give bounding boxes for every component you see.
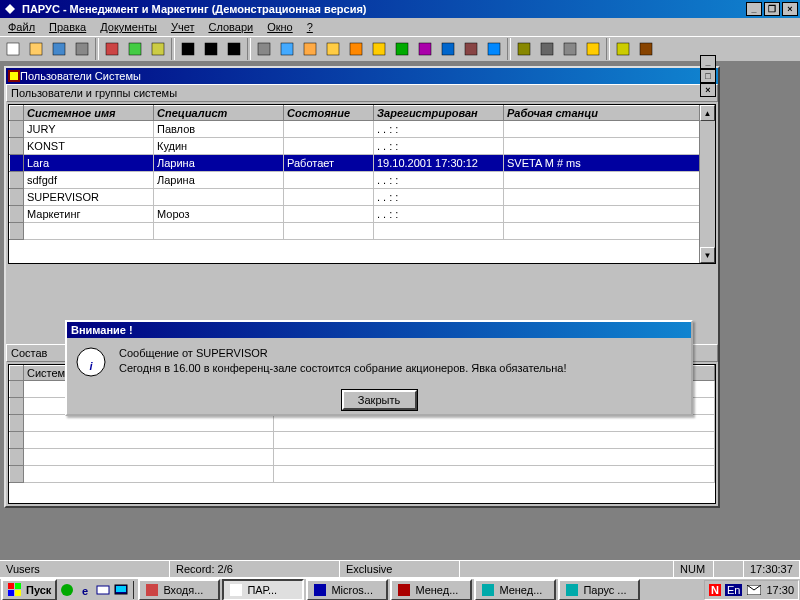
attention-dialog: Внимание ! i Сообщение от SUPERVISOR Сег… [65, 320, 693, 416]
toolbar-disk-button[interactable] [460, 38, 482, 60]
taskbar-button[interactable]: ПАР... [222, 579, 304, 601]
tray-clock: 17:30 [766, 584, 794, 596]
word-icon [312, 582, 328, 598]
tray-badge-n[interactable]: N [709, 584, 721, 596]
toolbar-door-button[interactable] [635, 38, 657, 60]
start-button[interactable]: Пуск [1, 579, 57, 601]
toolbar-new-button[interactable] [2, 38, 24, 60]
users-grid[interactable]: Системное имяСпециалистСостояниеЗарегист… [8, 104, 716, 264]
status-empty [460, 561, 674, 578]
taskbar-button[interactable]: Micros... [306, 579, 388, 601]
toolbar-folder-button[interactable] [322, 38, 344, 60]
users-window: Пользователи Системы _ □ × Пользователи … [4, 66, 720, 508]
svg-rect-10 [228, 43, 240, 55]
toolbar-clock-button[interactable] [391, 38, 413, 60]
toolbar [0, 36, 800, 62]
scroll-up-icon[interactable]: ▲ [700, 105, 715, 121]
column-header[interactable]: Специалист [154, 106, 284, 121]
toolbar-table-button[interactable] [559, 38, 581, 60]
table-row[interactable] [10, 449, 715, 466]
dialog-title[interactable]: Внимание ! [67, 322, 691, 338]
toolbar-cut-button[interactable] [101, 38, 123, 60]
svg-rect-11 [258, 43, 270, 55]
info-icon: i [75, 346, 107, 378]
svg-rect-19 [442, 43, 454, 55]
toolbar-copy-button[interactable] [124, 38, 146, 60]
svg-rect-12 [281, 43, 293, 55]
inner-close-button[interactable]: × [700, 83, 716, 97]
table-row[interactable]: SUPERVISOR. . : : [10, 189, 715, 206]
toolbar-under-button[interactable] [223, 38, 245, 60]
status-record: Record: 2/6 [170, 561, 340, 578]
scroll-down-icon[interactable]: ▼ [700, 247, 715, 263]
mail-icon [144, 582, 160, 598]
mdi-client-area: Пользователи Системы _ □ × Пользователи … [0, 62, 800, 560]
dialog-close-button[interactable]: Закрыть [342, 390, 417, 410]
table-row[interactable] [10, 415, 715, 432]
tray-mail-icon[interactable] [746, 582, 762, 598]
column-header[interactable]: Системное имя [24, 106, 154, 121]
users-titlebar[interactable]: Пользователи Системы _ □ × [6, 68, 718, 84]
table-row[interactable] [10, 466, 715, 483]
menu-edit[interactable]: Правка [43, 20, 92, 34]
svg-rect-25 [587, 43, 599, 55]
toolbar-star-button[interactable] [345, 38, 367, 60]
toolbar-drop-button[interactable] [437, 38, 459, 60]
quick-msn-icon[interactable] [59, 582, 75, 598]
toolbar-italic-button[interactable] [200, 38, 222, 60]
menu-accounting[interactable]: Учет [165, 20, 201, 34]
toolbar-paste-button[interactable] [147, 38, 169, 60]
menu-file[interactable]: Файл [2, 20, 41, 34]
close-button[interactable]: × [782, 2, 798, 16]
section-users-label: Пользователи и группы системы [6, 84, 718, 102]
inner-minimize-button[interactable]: _ [700, 55, 716, 69]
toolbar-doc1-button[interactable] [276, 38, 298, 60]
toolbar-wrench-button[interactable] [513, 38, 535, 60]
system-tray: N En 17:30 [704, 580, 799, 600]
toolbar-print-button[interactable] [71, 38, 93, 60]
toolbar-help-button[interactable] [582, 38, 604, 60]
quick-outlook-icon[interactable] [95, 582, 111, 598]
column-header[interactable]: Рабочая станци [504, 106, 715, 121]
menu-documents[interactable]: Документы [94, 20, 163, 34]
svg-rect-14 [327, 43, 339, 55]
table-row[interactable]: МаркетингМороз. . : : [10, 206, 715, 223]
minimize-button[interactable]: _ [746, 2, 762, 16]
svg-rect-15 [350, 43, 362, 55]
tray-lang[interactable]: En [725, 584, 742, 596]
toolbar-key-button[interactable] [612, 38, 634, 60]
toolbar-open-button[interactable] [25, 38, 47, 60]
toolbar-save-button[interactable] [48, 38, 70, 60]
quick-ie-icon[interactable]: e [77, 582, 93, 598]
toolbar-tools-button[interactable] [536, 38, 558, 60]
table-row[interactable] [10, 223, 715, 240]
quick-desktop-icon[interactable] [113, 582, 129, 598]
table-row[interactable]: sdfgdfЛарина. . : : [10, 172, 715, 189]
main-titlebar: ПАРУС - Менеджмент и Маркетинг (Демонстр… [0, 0, 800, 18]
taskbar-button[interactable]: Входя... [138, 579, 220, 601]
table-row[interactable]: LaraЛаринаРаботает19.10.2001 17:30:12SVE… [10, 155, 715, 172]
taskbar-button[interactable]: Менед... [390, 579, 472, 601]
toolbar-bold-button[interactable] [177, 38, 199, 60]
menu-help[interactable]: ? [301, 20, 319, 34]
inner-maximize-button[interactable]: □ [700, 69, 716, 83]
toolbar-globe-button[interactable] [483, 38, 505, 60]
toolbar-doc2-button[interactable] [299, 38, 321, 60]
users-grid-scrollbar[interactable]: ▲ ▼ [699, 105, 715, 263]
menu-window[interactable]: Окно [261, 20, 299, 34]
taskbar: Пуск e Входя...ПАР...Micros...Менед...Ме… [0, 578, 800, 600]
column-header[interactable]: Зарегистрирован [374, 106, 504, 121]
toolbar-sun-button[interactable] [368, 38, 390, 60]
app-title: ПАРУС - Менеджмент и Маркетинг (Демонстр… [22, 3, 746, 15]
toolbar-cube-button[interactable] [414, 38, 436, 60]
taskbar-button[interactable]: Менед... [474, 579, 556, 601]
table-row[interactable]: JURYПавлов. . : : [10, 121, 715, 138]
taskbar-button[interactable]: Парус ... [558, 579, 640, 601]
toolbar-calc-button[interactable] [253, 38, 275, 60]
table-row[interactable]: KONSTКудин. . : : [10, 138, 715, 155]
menu-dictionaries[interactable]: Словари [202, 20, 259, 34]
table-row[interactable] [10, 432, 715, 449]
column-header[interactable]: Состояние [284, 106, 374, 121]
restore-button[interactable]: ❐ [764, 2, 780, 16]
svg-rect-32 [8, 583, 14, 589]
